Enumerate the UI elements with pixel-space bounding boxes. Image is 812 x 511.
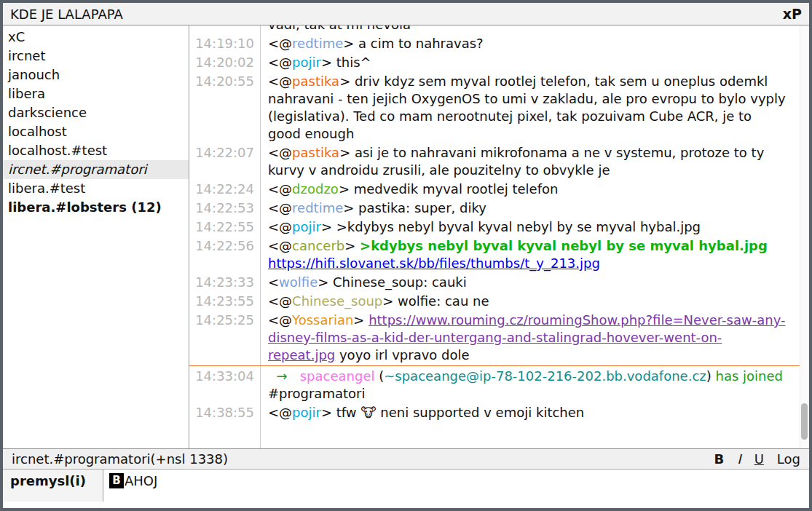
text-segment: ~spaceange@ip-78-102-216-202.bb.vodafone… xyxy=(384,368,706,384)
message-text: <@Chinese_soup> wolfie: cau ne xyxy=(260,293,809,310)
text-segment: > >kdybys nebyl byval kyval nebyl by se … xyxy=(321,219,701,234)
message-list: vadi, tak at mi nevola14:19:10<@redtime>… xyxy=(189,25,809,448)
nickname: redtime xyxy=(292,200,343,215)
timestamp: 14:23:33 xyxy=(189,274,260,291)
text-segment: <@ xyxy=(268,405,292,420)
title-bar: KDE JE LALAPAPA xP xyxy=(3,3,809,25)
own-nick-label: premysl(i) xyxy=(3,470,103,502)
chat-message: 14:22:24<@dzodzo> medvedik myval rootlej… xyxy=(189,181,809,198)
chat-message: 14:38:55<@pojir> tfw 🐮 neni supported v … xyxy=(189,404,809,421)
timestamp: 14:33:04 xyxy=(189,368,260,403)
text-segment: > medvedik myval rootlej telefon xyxy=(339,181,559,197)
text-segment: <@ xyxy=(268,55,292,70)
text-segment: > xyxy=(344,238,360,253)
timestamp: 14:22:07 xyxy=(189,144,260,179)
chat-message: 14:22:56<@cancerb> >kdybys nebyl byval k… xyxy=(189,237,809,272)
sidebar-item-5[interactable]: localhost xyxy=(3,122,189,141)
chat-message: 14:25:25<@Yossarian> https://www.rouming… xyxy=(189,312,809,364)
nickname: cancerb xyxy=(292,238,344,253)
timestamp: 14:38:55 xyxy=(189,404,260,421)
text-segment: <@ xyxy=(268,312,292,328)
nickname: redtime xyxy=(292,36,343,51)
log-button[interactable]: Log xyxy=(777,451,800,467)
app-logo: xP xyxy=(783,6,802,22)
sidebar-item-1[interactable]: ircnet xyxy=(3,47,189,66)
underline-button[interactable]: U xyxy=(754,451,764,467)
sidebar-item-4[interactable]: darkscience xyxy=(3,103,189,122)
chat-message: 14:20:02<@pojir> this^ xyxy=(189,54,809,71)
message-text: <@dzodzo> medvedik myval rootlej telefon xyxy=(260,181,809,198)
chat-message: 14:33:04 → spaceangel (~spaceange@ip-78-… xyxy=(189,368,809,403)
channel-status-text: ircnet.#programatori(+nsl 1338) xyxy=(12,451,714,467)
text-segment: > tfw 🐮 neni supported v emoji kitchen xyxy=(321,405,584,420)
message-text: <@pojir> this^ xyxy=(260,54,809,71)
chat-message: 14:23:33<wolfie> Chinese_soup: cauki xyxy=(189,274,809,291)
message-text: <wolfie> Chinese_soup: cauki xyxy=(260,274,809,291)
text-segment: > xyxy=(353,312,368,328)
sidebar-item-9[interactable]: libera.#lobsters (12) xyxy=(3,198,189,217)
format-buttons: BIULog xyxy=(714,451,800,467)
bold-button[interactable]: B xyxy=(714,451,725,467)
text-segment: > asi je to nahravani mikrofonama a ne v… xyxy=(268,145,768,178)
message-text: <@cancerb> >kdybys nebyl byval kyval neb… xyxy=(260,237,809,272)
scrollbar-track[interactable] xyxy=(800,25,809,448)
message-link[interactable]: https://hifi.slovanet.sk/bb/files/thumbs… xyxy=(268,256,600,271)
text-segment: > Chinese_soup: cauki xyxy=(318,274,467,290)
message-text: <@pojir> tfw 🐮 neni supported v emoji ki… xyxy=(260,404,809,421)
message-input[interactable]: B AHOJ xyxy=(103,470,809,502)
nickname: pastika xyxy=(292,145,339,160)
message-text: → spaceangel (~spaceange@ip-78-102-216-2… xyxy=(260,368,809,403)
chat-message: 14:22:55<@pojir> >kdybys nebyl byval kyv… xyxy=(189,218,809,236)
italic-button[interactable]: I xyxy=(737,451,741,467)
text-segment: > a cim to nahravas? xyxy=(343,36,483,51)
sidebar-item-2[interactable]: janouch xyxy=(3,66,189,84)
text-segment: <@ xyxy=(268,200,292,215)
irc-client-window: KDE JE LALAPAPA xP xCircnetjanouchlibera… xyxy=(0,0,812,511)
text-segment: yoyo irl vpravo dole xyxy=(335,347,469,363)
timestamp: 14:22:55 xyxy=(189,218,260,236)
sidebar-item-8[interactable]: libera.#test xyxy=(3,179,189,198)
text-segment: ( xyxy=(374,368,384,384)
timestamp: 14:20:02 xyxy=(189,54,260,71)
sidebar-item-6[interactable]: localhost.#test xyxy=(3,141,189,160)
chat-message: 14:20:55<@pastika> driv kdyz sem myval r… xyxy=(189,73,809,143)
sidebar-item-0[interactable]: xC xyxy=(3,28,189,47)
sidebar-item-3[interactable]: libera xyxy=(3,84,189,103)
status-bar: ircnet.#programatori(+nsl 1338) BIULog xyxy=(3,448,809,470)
timestamp: 14:22:56 xyxy=(189,237,260,272)
sidebar-item-7[interactable]: ircnet.#programatori xyxy=(3,160,189,179)
nickname: wolfie xyxy=(279,274,318,290)
message-text: <@pojir> >kdybys nebyl byval kyval nebyl… xyxy=(260,218,809,236)
chat-message: 14:22:07<@pastika> asi je to nahravani m… xyxy=(189,144,809,179)
chat-message: 14:19:10<@redtime> a cim to nahravas? xyxy=(189,35,809,52)
text-segment: → xyxy=(276,368,287,384)
text-segment xyxy=(268,368,276,384)
timestamp: 14:25:25 xyxy=(189,312,260,364)
main-area: xCircnetjanouchliberadarksciencelocalhos… xyxy=(3,25,809,448)
bottom-gap xyxy=(3,502,809,508)
text-segment: > wolfie: cau ne xyxy=(382,293,489,309)
channel-list: xCircnetjanouchliberadarksciencelocalhos… xyxy=(3,25,189,448)
text-segment: vadi, tak at mi nevola xyxy=(268,25,411,32)
text-segment xyxy=(288,368,300,384)
text-segment: <@ xyxy=(268,145,292,160)
nickname: spaceangel xyxy=(300,368,375,384)
text-segment: > this^ xyxy=(321,55,371,70)
timestamp: 14:22:53 xyxy=(189,199,260,217)
nickname: Yossarian xyxy=(292,312,353,328)
input-text: AHOJ xyxy=(124,473,157,488)
timestamp: 14:22:24 xyxy=(189,181,260,198)
nickname: dzodzo xyxy=(292,181,339,197)
scrollbar-thumb[interactable] xyxy=(801,403,808,440)
text-segment: > pastika: super, diky xyxy=(343,200,486,215)
chat-pane: vadi, tak at mi nevola14:19:10<@redtime>… xyxy=(189,25,809,448)
message-text: <@Yossarian> https://www.rouming.cz/roum… xyxy=(260,312,809,364)
chat-message: 14:23:55<@Chinese_soup> wolfie: cau ne xyxy=(189,293,809,310)
text-segment: ) xyxy=(706,368,716,384)
text-segment: >kdybys nebyl byval kyval nebyl by se my… xyxy=(360,238,768,253)
window-title: KDE JE LALAPAPA xyxy=(10,7,783,22)
message-text: vadi, tak at mi nevola xyxy=(260,25,809,33)
text-segment: <@ xyxy=(268,74,292,89)
message-text: <@redtime> a cim to nahravas? xyxy=(260,35,809,52)
timestamp xyxy=(189,25,260,33)
